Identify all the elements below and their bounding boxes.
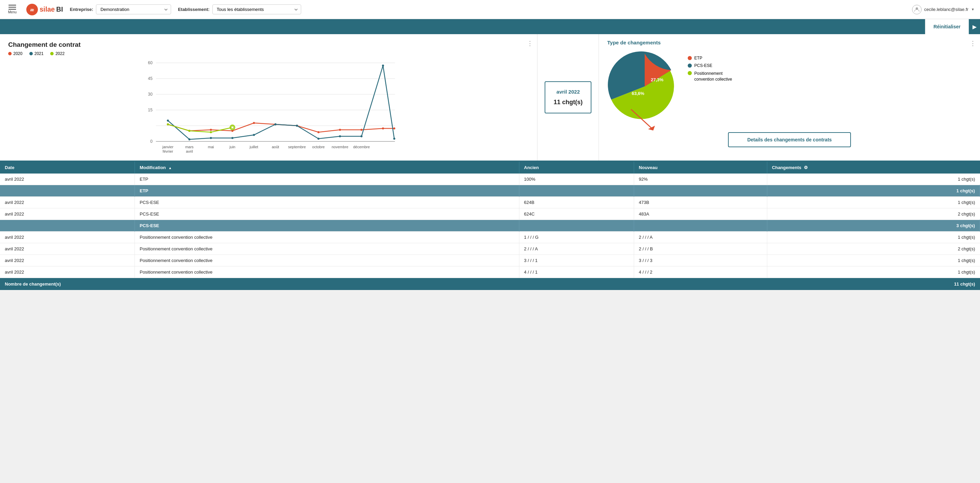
table-header-row: Date Modification ▲ Ancien Nouveau Chang…: [0, 161, 980, 174]
info-box: avril 2022 11 chgt(s): [545, 81, 592, 113]
svg-text:æ: æ: [30, 7, 34, 12]
col-header-date: Date: [0, 161, 135, 174]
svg-line-57: [631, 109, 652, 128]
table-row: avril 2022PCS-ESE624C483A2 chgt(s): [0, 208, 980, 220]
svg-point-37: [393, 128, 395, 129]
cell-modification: PCS-ESE: [135, 220, 519, 231]
cell-ancien: 100%: [519, 174, 634, 185]
svg-point-30: [253, 122, 255, 124]
reinitialiser-button[interactable]: Réinitialiser: [925, 19, 969, 34]
svg-text:août: août: [272, 145, 279, 149]
details-button[interactable]: Details des changements de contrats: [728, 132, 851, 147]
pie-chart-title: Type de changements: [607, 40, 972, 45]
red-arrow: [624, 106, 665, 134]
cell-date: avril 2022: [0, 266, 135, 278]
pie-legend-dot-pos: [688, 71, 692, 75]
etablissement-select[interactable]: Tous les établissements: [212, 5, 301, 14]
table-row: ETP1 chgt(s): [0, 185, 980, 197]
user-icon: [912, 5, 922, 14]
svg-text:septembre: septembre: [288, 145, 306, 149]
hamburger-icon: [8, 5, 16, 10]
cell-changements: 1 chgt(s): [767, 185, 980, 197]
table-row: avril 2022Positionnement convention coll…: [0, 266, 980, 278]
cell-ancien: 2 / / / A: [519, 243, 634, 255]
svg-point-49: [393, 138, 395, 140]
chart-panel: ⋮ Changement de contrat 2020 2021 2022: [0, 34, 538, 161]
cell-date: avril 2022: [0, 231, 135, 243]
cell-changements: 2 chgt(s): [767, 243, 980, 255]
col-settings-icon[interactable]: ⚙: [804, 165, 808, 170]
chart-legend: 2020 2021 2022: [8, 51, 529, 56]
pie-legend-label-pos: Positionnement convention collective: [694, 71, 742, 82]
cell-modification: Positionnement convention collective: [135, 255, 519, 266]
svg-point-46: [339, 135, 341, 137]
table-row: avril 2022Positionnement convention coll…: [0, 243, 980, 255]
svg-point-34: [339, 129, 341, 131]
cell-date: [0, 185, 135, 197]
svg-point-45: [318, 138, 320, 140]
svg-point-38: [167, 120, 169, 121]
entreprise-label: Entreprise:: [70, 7, 93, 12]
cell-date: avril 2022: [0, 197, 135, 208]
cell-ancien: 3 / / / 1: [519, 255, 634, 266]
cell-changements: 2 chgt(s): [767, 208, 980, 220]
cell-nouveau: [634, 185, 767, 197]
cell-changements: 1 chgt(s): [767, 174, 980, 185]
user-menu[interactable]: cecile.leblanc@silae.fr ▼: [912, 5, 975, 14]
svg-point-47: [361, 135, 363, 137]
cell-modification: PCS-ESE: [135, 197, 519, 208]
cell-changements: 1 chgt(s): [767, 266, 980, 278]
svg-point-48: [382, 65, 384, 67]
pie-chart: 63,6% 27,3%: [607, 49, 682, 124]
cell-nouveau: 3 / / / 3: [634, 255, 767, 266]
cell-modification: Positionnement convention collective: [135, 266, 519, 278]
table-row: avril 2022Positionnement convention coll…: [0, 255, 980, 266]
table-row: PCS-ESE3 chgt(s): [0, 220, 980, 231]
pie-legend-dot-etp: [688, 56, 692, 60]
pie-legend-etp: ETP: [688, 56, 742, 61]
logo: æ silae BI: [26, 3, 63, 16]
cell-ancien: 4 / / / 1: [519, 266, 634, 278]
cell-date: avril 2022: [0, 208, 135, 220]
table-row: avril 2022Positionnement convention coll…: [0, 231, 980, 243]
legend-2022: 2022: [50, 51, 65, 56]
cell-changements: 1 chgt(s): [767, 255, 980, 266]
data-table: Date Modification ▲ Ancien Nouveau Chang…: [0, 161, 980, 290]
svg-point-51: [188, 130, 191, 132]
cell-ancien: [519, 185, 634, 197]
svg-point-33: [318, 131, 320, 133]
logo-silae: silae: [40, 5, 55, 13]
etablissement-label: Etablissement:: [178, 7, 209, 12]
svg-point-41: [232, 137, 234, 139]
menu-button[interactable]: Menu: [5, 5, 19, 14]
pie-legend-dot-pcs: [688, 64, 692, 68]
svg-text:27,3%: 27,3%: [651, 77, 663, 82]
details-btn-row: Details des changements de contrats: [607, 132, 972, 147]
col-header-nouveau: Nouveau: [634, 161, 767, 174]
pie-legend-pos: Positionnement convention collective: [688, 71, 742, 82]
etablissement-field: Etablissement: Tous les établissements: [178, 5, 301, 14]
svg-point-44: [296, 125, 298, 127]
footer-total: 11 chgt(s): [767, 278, 980, 290]
subheader-collapse-button[interactable]: ▶: [969, 19, 980, 34]
pie-legend-pcs: PCS-ESE: [688, 63, 742, 68]
sort-icon[interactable]: ▲: [168, 166, 172, 170]
svg-text:février: février: [162, 149, 173, 153]
info-panel: avril 2022 11 chgt(s): [538, 34, 599, 161]
legend-label-2021: 2021: [35, 51, 44, 56]
svg-text:mai: mai: [208, 145, 214, 149]
cell-modification: Positionnement convention collective: [135, 231, 519, 243]
svg-text:15: 15: [148, 108, 153, 112]
cell-changements: 1 chgt(s): [767, 197, 980, 208]
legend-2021: 2021: [29, 51, 44, 56]
entreprise-field: Entreprise: Demonstration: [70, 5, 171, 14]
cell-nouveau: 473B: [634, 197, 767, 208]
svg-point-54: [231, 126, 234, 129]
chart-menu-icon[interactable]: ⋮: [527, 40, 533, 47]
subheader: Réinitialiser ▶: [0, 19, 980, 34]
entreprise-select[interactable]: Demonstration: [96, 5, 171, 14]
svg-point-52: [210, 131, 212, 133]
right-panel-menu-icon[interactable]: ⋮: [970, 40, 976, 47]
col-header-modification: Modification ▲: [135, 161, 519, 174]
info-count: 11 chgt(s): [554, 99, 582, 106]
